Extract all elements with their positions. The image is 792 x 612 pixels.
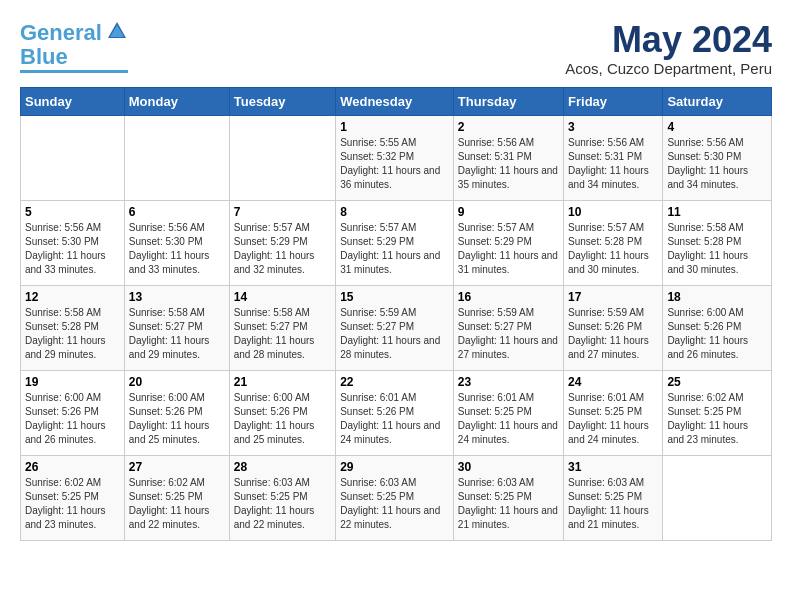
day-cell: 26Sunrise: 6:02 AM Sunset: 5:25 PM Dayli… [21, 455, 125, 540]
weekday-header-saturday: Saturday [663, 87, 772, 115]
day-cell: 15Sunrise: 5:59 AM Sunset: 5:27 PM Dayli… [336, 285, 454, 370]
day-cell: 17Sunrise: 5:59 AM Sunset: 5:26 PM Dayli… [564, 285, 663, 370]
day-info: Sunrise: 6:01 AM Sunset: 5:25 PM Dayligh… [458, 391, 559, 447]
day-info: Sunrise: 5:57 AM Sunset: 5:29 PM Dayligh… [458, 221, 559, 277]
day-info: Sunrise: 5:58 AM Sunset: 5:28 PM Dayligh… [667, 221, 767, 277]
day-cell: 2Sunrise: 5:56 AM Sunset: 5:31 PM Daylig… [453, 115, 563, 200]
calendar-table: SundayMondayTuesdayWednesdayThursdayFrid… [20, 87, 772, 541]
day-info: Sunrise: 6:03 AM Sunset: 5:25 PM Dayligh… [458, 476, 559, 532]
day-cell: 5Sunrise: 5:56 AM Sunset: 5:30 PM Daylig… [21, 200, 125, 285]
day-number: 31 [568, 460, 658, 474]
day-cell [21, 115, 125, 200]
week-row-3: 12Sunrise: 5:58 AM Sunset: 5:28 PM Dayli… [21, 285, 772, 370]
day-info: Sunrise: 6:03 AM Sunset: 5:25 PM Dayligh… [340, 476, 449, 532]
day-number: 26 [25, 460, 120, 474]
logo: General Blue [20, 20, 128, 73]
day-number: 11 [667, 205, 767, 219]
day-info: Sunrise: 5:56 AM Sunset: 5:31 PM Dayligh… [458, 136, 559, 192]
day-cell: 16Sunrise: 5:59 AM Sunset: 5:27 PM Dayli… [453, 285, 563, 370]
weekday-header-sunday: Sunday [21, 87, 125, 115]
day-info: Sunrise: 5:59 AM Sunset: 5:26 PM Dayligh… [568, 306, 658, 362]
day-info: Sunrise: 5:57 AM Sunset: 5:28 PM Dayligh… [568, 221, 658, 277]
day-cell: 31Sunrise: 6:03 AM Sunset: 5:25 PM Dayli… [564, 455, 663, 540]
day-number: 1 [340, 120, 449, 134]
day-number: 4 [667, 120, 767, 134]
day-number: 3 [568, 120, 658, 134]
day-cell: 25Sunrise: 6:02 AM Sunset: 5:25 PM Dayli… [663, 370, 772, 455]
location: Acos, Cuzco Department, Peru [565, 60, 772, 77]
logo-underline [20, 70, 128, 73]
day-cell [124, 115, 229, 200]
day-info: Sunrise: 5:56 AM Sunset: 5:31 PM Dayligh… [568, 136, 658, 192]
weekday-header-wednesday: Wednesday [336, 87, 454, 115]
day-info: Sunrise: 5:56 AM Sunset: 5:30 PM Dayligh… [667, 136, 767, 192]
logo-icon [106, 20, 128, 46]
day-info: Sunrise: 6:01 AM Sunset: 5:26 PM Dayligh… [340, 391, 449, 447]
day-cell: 11Sunrise: 5:58 AM Sunset: 5:28 PM Dayli… [663, 200, 772, 285]
day-number: 6 [129, 205, 225, 219]
month-title: May 2024 [565, 20, 772, 60]
day-info: Sunrise: 6:00 AM Sunset: 5:26 PM Dayligh… [25, 391, 120, 447]
day-cell: 28Sunrise: 6:03 AM Sunset: 5:25 PM Dayli… [229, 455, 335, 540]
day-number: 8 [340, 205, 449, 219]
day-info: Sunrise: 6:02 AM Sunset: 5:25 PM Dayligh… [25, 476, 120, 532]
day-number: 18 [667, 290, 767, 304]
day-info: Sunrise: 5:55 AM Sunset: 5:32 PM Dayligh… [340, 136, 449, 192]
day-number: 28 [234, 460, 331, 474]
day-info: Sunrise: 5:57 AM Sunset: 5:29 PM Dayligh… [340, 221, 449, 277]
day-cell [229, 115, 335, 200]
day-number: 9 [458, 205, 559, 219]
day-number: 12 [25, 290, 120, 304]
day-cell: 12Sunrise: 5:58 AM Sunset: 5:28 PM Dayli… [21, 285, 125, 370]
day-cell: 22Sunrise: 6:01 AM Sunset: 5:26 PM Dayli… [336, 370, 454, 455]
page-header: General Blue May 2024 Acos, Cuzco Depart… [20, 20, 772, 77]
day-info: Sunrise: 5:59 AM Sunset: 5:27 PM Dayligh… [340, 306, 449, 362]
day-cell: 10Sunrise: 5:57 AM Sunset: 5:28 PM Dayli… [564, 200, 663, 285]
day-info: Sunrise: 5:58 AM Sunset: 5:27 PM Dayligh… [129, 306, 225, 362]
weekday-header-thursday: Thursday [453, 87, 563, 115]
day-cell: 27Sunrise: 6:02 AM Sunset: 5:25 PM Dayli… [124, 455, 229, 540]
day-info: Sunrise: 6:00 AM Sunset: 5:26 PM Dayligh… [234, 391, 331, 447]
day-cell [663, 455, 772, 540]
weekday-header-friday: Friday [564, 87, 663, 115]
day-cell: 4Sunrise: 5:56 AM Sunset: 5:30 PM Daylig… [663, 115, 772, 200]
week-row-1: 1Sunrise: 5:55 AM Sunset: 5:32 PM Daylig… [21, 115, 772, 200]
day-info: Sunrise: 6:00 AM Sunset: 5:26 PM Dayligh… [129, 391, 225, 447]
week-row-4: 19Sunrise: 6:00 AM Sunset: 5:26 PM Dayli… [21, 370, 772, 455]
day-info: Sunrise: 5:56 AM Sunset: 5:30 PM Dayligh… [129, 221, 225, 277]
week-row-2: 5Sunrise: 5:56 AM Sunset: 5:30 PM Daylig… [21, 200, 772, 285]
day-number: 24 [568, 375, 658, 389]
day-info: Sunrise: 6:02 AM Sunset: 5:25 PM Dayligh… [667, 391, 767, 447]
logo-text: General [20, 22, 102, 44]
day-number: 21 [234, 375, 331, 389]
day-info: Sunrise: 5:57 AM Sunset: 5:29 PM Dayligh… [234, 221, 331, 277]
day-number: 25 [667, 375, 767, 389]
day-cell: 21Sunrise: 6:00 AM Sunset: 5:26 PM Dayli… [229, 370, 335, 455]
weekday-header-row: SundayMondayTuesdayWednesdayThursdayFrid… [21, 87, 772, 115]
day-number: 19 [25, 375, 120, 389]
day-cell: 20Sunrise: 6:00 AM Sunset: 5:26 PM Dayli… [124, 370, 229, 455]
title-area: May 2024 Acos, Cuzco Department, Peru [565, 20, 772, 77]
day-cell: 23Sunrise: 6:01 AM Sunset: 5:25 PM Dayli… [453, 370, 563, 455]
day-info: Sunrise: 5:58 AM Sunset: 5:28 PM Dayligh… [25, 306, 120, 362]
logo-blue: Blue [20, 46, 68, 68]
week-row-5: 26Sunrise: 6:02 AM Sunset: 5:25 PM Dayli… [21, 455, 772, 540]
day-cell: 30Sunrise: 6:03 AM Sunset: 5:25 PM Dayli… [453, 455, 563, 540]
day-number: 7 [234, 205, 331, 219]
day-cell: 18Sunrise: 6:00 AM Sunset: 5:26 PM Dayli… [663, 285, 772, 370]
day-cell: 19Sunrise: 6:00 AM Sunset: 5:26 PM Dayli… [21, 370, 125, 455]
day-info: Sunrise: 5:58 AM Sunset: 5:27 PM Dayligh… [234, 306, 331, 362]
day-cell: 24Sunrise: 6:01 AM Sunset: 5:25 PM Dayli… [564, 370, 663, 455]
day-info: Sunrise: 6:03 AM Sunset: 5:25 PM Dayligh… [568, 476, 658, 532]
day-number: 16 [458, 290, 559, 304]
weekday-header-monday: Monday [124, 87, 229, 115]
day-number: 27 [129, 460, 225, 474]
day-number: 29 [340, 460, 449, 474]
logo-general: General [20, 20, 102, 45]
day-cell: 6Sunrise: 5:56 AM Sunset: 5:30 PM Daylig… [124, 200, 229, 285]
day-cell: 14Sunrise: 5:58 AM Sunset: 5:27 PM Dayli… [229, 285, 335, 370]
day-number: 2 [458, 120, 559, 134]
day-number: 17 [568, 290, 658, 304]
day-cell: 7Sunrise: 5:57 AM Sunset: 5:29 PM Daylig… [229, 200, 335, 285]
day-cell: 9Sunrise: 5:57 AM Sunset: 5:29 PM Daylig… [453, 200, 563, 285]
